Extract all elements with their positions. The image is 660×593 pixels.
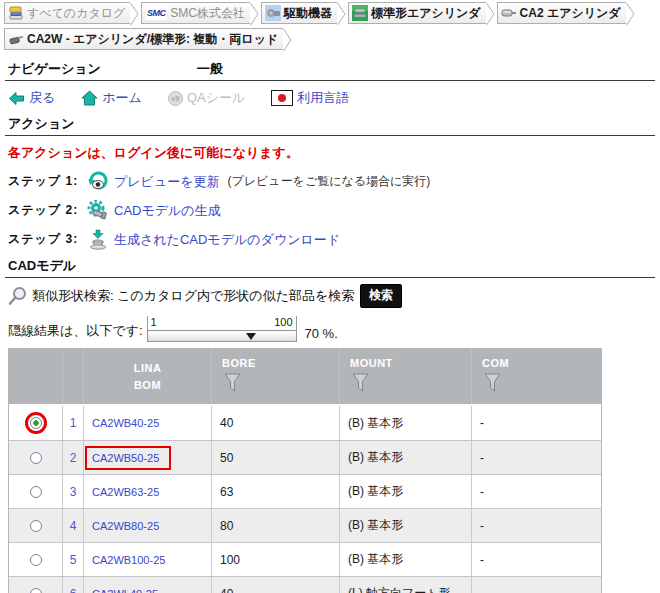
part-link[interactable]: CA2WL40-25 [92, 588, 158, 593]
update-preview-link[interactable]: プレビューを更新 [114, 173, 220, 191]
navigation-title: ナビゲーション [8, 60, 101, 78]
part-cell: CA2WB63-25 [84, 475, 212, 508]
generate-cad-model-link[interactable]: CADモデルの生成 [114, 202, 221, 220]
part-cell: CA2WB100-25 [84, 543, 212, 576]
table-body: 1 CA2WB40-25 40 (B) 基本形 - 2 CA2WB50-25 5… [9, 406, 601, 593]
preview-refresh-icon [87, 171, 109, 192]
part-link[interactable]: CA2WB100-25 [92, 554, 165, 566]
chevron-separator-icon [337, 2, 346, 26]
step-3-label: ステップ 3: [8, 231, 86, 248]
step-2-label: ステップ 2: [8, 202, 86, 219]
actions-header: アクション [5, 115, 655, 136]
step-3-row: ステップ 3: 生成されたCADモデルのダウンロード [8, 225, 660, 254]
home-link[interactable]: ホーム [81, 89, 142, 107]
login-required-notice: 各アクションは、ログイン後に可能になります。 [8, 144, 660, 162]
table-row: 6 CA2WL40-25 40 (L) 軸方向フート形 - [9, 576, 601, 593]
com-cell: - [472, 441, 599, 474]
mount-cell: (B) 基本形 [340, 406, 472, 440]
download-cad-model-link[interactable]: 生成されたCADモデルのダウンロード [114, 231, 340, 249]
step-1-note: (プレビューをご覧になる場合に実行) [228, 173, 431, 190]
chevron-separator-icon [626, 2, 635, 26]
navigation-section: ナビゲーション 一般 戻る ホーム v9 QAシール 利用言語 [0, 60, 660, 109]
bore-cell: 40 [212, 406, 340, 440]
part-link[interactable]: CA2WB50-25 [92, 452, 159, 464]
filter-funnel-icon[interactable] [222, 372, 243, 394]
header-bore: BORE [212, 349, 340, 404]
row-radio[interactable] [30, 588, 42, 593]
hidden-line-slider[interactable]: 1 100 [147, 316, 297, 342]
radio-cell [9, 441, 63, 474]
cad-model-table: LINA BOM BORE MOUNT COM 1 C [8, 348, 602, 593]
radio-cell [9, 577, 63, 593]
similar-shape-search-label: 類似形状検索: このカタログ内で形状の似た部品を検索 [32, 287, 354, 305]
radio-cell [9, 406, 63, 440]
mount-cell: (B) 基本形 [340, 441, 472, 474]
bore-cell: 80 [212, 509, 340, 542]
com-cell: - [472, 509, 599, 542]
breadcrumb-tab-ca2w-series[interactable]: CA2W - エアシリンダ/標準形: 複動・両ロッド [4, 28, 283, 50]
header-number-column [63, 349, 84, 404]
part-link[interactable]: CA2WB63-25 [92, 486, 159, 498]
row-number: 5 [63, 543, 84, 576]
standard-cylinder-icon [352, 5, 368, 21]
tab-label: 駆動機器 [284, 5, 332, 22]
step-1-label: ステップ 1: [8, 173, 86, 190]
qa-seal-link: v9 QAシール [168, 89, 245, 107]
table-row: 3 CA2WB63-25 63 (B) 基本形 - [9, 474, 601, 508]
row-number: 6 [63, 577, 84, 593]
row-number: 4 [63, 509, 84, 542]
radio-cell [9, 543, 63, 576]
part-cell: CA2WB50-25 [84, 441, 212, 474]
mount-cell: (B) 基本形 [340, 543, 472, 576]
breadcrumb: すべてのカタログ SMC SMC株式会社 駆動機器 標準 [0, 0, 660, 52]
slider-track[interactable] [147, 330, 297, 342]
language-link[interactable]: 利用言語 [271, 89, 349, 107]
table-row: 4 CA2WB80-25 80 (B) 基本形 - [9, 508, 601, 542]
header-radio-column [9, 349, 63, 404]
search-icon [8, 286, 28, 306]
row-radio[interactable] [30, 520, 42, 532]
part-cell: CA2WB80-25 [84, 509, 212, 542]
row-radio[interactable] [30, 452, 42, 464]
home-icon [81, 90, 98, 106]
mount-cell: (B) 基本形 [340, 509, 472, 542]
table-row: 1 CA2WB40-25 40 (B) 基本形 - [9, 406, 601, 440]
search-button[interactable]: 検索 [360, 284, 402, 308]
breadcrumb-tab-standard-air-cylinder[interactable]: 標準形エアシリンダ [348, 2, 486, 24]
cad-model-header: CADモデル [5, 257, 655, 278]
part-link[interactable]: CA2WB40-25 [92, 417, 159, 429]
navigation-group-title: 一般 [197, 60, 223, 78]
hidden-line-result-row: 隠線結果は、以下です: 1 100 70 %. [8, 314, 660, 342]
filter-funnel-icon[interactable] [482, 372, 503, 394]
radio-cell [9, 509, 63, 542]
header-lina-bom: LINA BOM [84, 349, 212, 404]
back-link[interactable]: 戻る [8, 89, 55, 107]
drive-equipment-icon [265, 5, 281, 21]
part-cell: CA2WL40-25 [84, 577, 212, 593]
table-header-row: LINA BOM BORE MOUNT COM [9, 349, 601, 406]
navigation-links: 戻る ホーム v9 QAシール 利用言語 [8, 87, 660, 109]
row-radio-selected[interactable] [30, 417, 42, 429]
row-number: 3 [63, 475, 84, 508]
breadcrumb-tab-all-catalogs[interactable]: すべてのカタログ [4, 2, 130, 24]
actions-section: アクション 各アクションは、ログイン後に可能になります。 ステップ 1: プレビ… [0, 115, 660, 254]
bore-cell: 50 [212, 441, 340, 474]
com-cell: - [472, 475, 599, 508]
row-radio[interactable] [30, 486, 42, 498]
similar-shape-search-row: 類似形状検索: このカタログ内で形状の似た部品を検索 検索 [8, 284, 660, 308]
breadcrumb-tab-smc[interactable]: SMC SMC株式会社 [141, 2, 250, 24]
generate-cad-icon [87, 200, 109, 221]
chevron-separator-icon [486, 2, 495, 26]
qa-seal-icon: v9 [168, 91, 183, 106]
mount-cell: (B) 基本形 [340, 475, 472, 508]
filter-funnel-icon[interactable] [350, 372, 371, 394]
part-cell: CA2WB40-25 [84, 406, 212, 440]
part-link[interactable]: CA2WB80-25 [92, 520, 159, 532]
slider-pointer[interactable] [246, 333, 256, 340]
breadcrumb-tab-ca2-air-cylinder[interactable]: CA2 エアシリンダ [497, 2, 626, 24]
header-mount: MOUNT [340, 349, 472, 404]
tab-label: CA2W - エアシリンダ/標準形: 複動・両ロッド [27, 31, 278, 48]
ca2-cylinder-icon [501, 5, 517, 21]
breadcrumb-tab-drive-equipment[interactable]: 駆動機器 [261, 2, 337, 24]
row-radio[interactable] [30, 554, 42, 566]
